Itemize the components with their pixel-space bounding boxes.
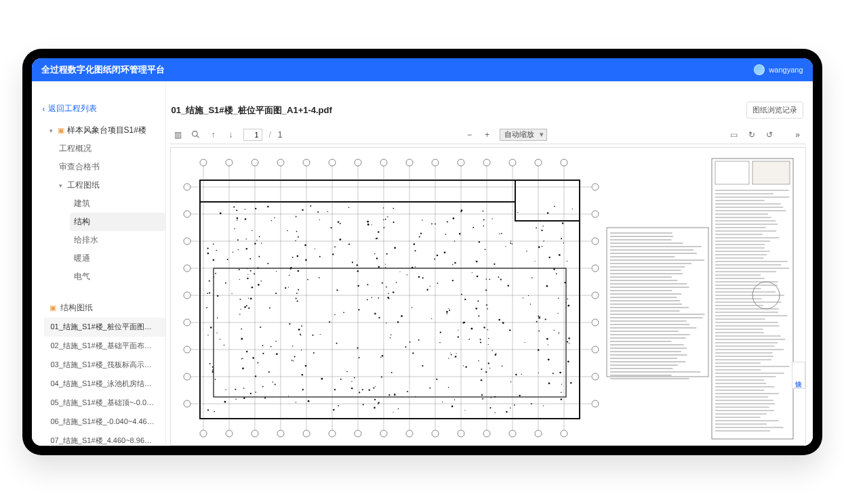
svg-point-362 [393,208,394,209]
svg-point-195 [415,396,416,397]
svg-point-98 [445,234,446,235]
rotate-cw-icon[interactable]: ↻ [746,129,757,140]
file-row[interactable]: 06_结施_S1#楼_-0.040~4.46… [44,413,165,432]
svg-point-167 [237,249,238,250]
svg-point-146 [569,343,569,343]
svg-point-429 [498,319,500,321]
svg-point-332 [452,217,454,219]
svg-point-277 [494,264,495,265]
nav-approval[interactable]: 审查合格书 [59,158,165,176]
more-icon[interactable]: » [792,129,803,140]
svg-point-388 [244,306,246,308]
nav-drawings-label: 工程图纸 [67,180,100,191]
svg-point-58 [184,211,190,217]
svg-point-335 [243,387,244,389]
presentation-icon[interactable]: ▭ [729,129,740,140]
svg-point-73 [184,346,190,353]
zoom-out-icon[interactable]: − [464,129,475,140]
svg-point-213 [491,350,493,352]
svg-point-187 [414,250,416,251]
svg-point-26 [329,430,336,437]
svg-point-352 [212,259,214,261]
svg-point-198 [553,330,554,331]
svg-point-343 [216,333,217,333]
zoom-in-icon[interactable]: + [482,129,493,140]
svg-point-417 [234,228,235,230]
svg-point-322 [384,264,385,264]
search-icon[interactable] [190,129,201,140]
svg-point-409 [274,384,275,385]
cat-elec[interactable]: 电气 [74,268,165,286]
page-down-icon[interactable]: ↓ [226,129,237,140]
svg-point-148 [399,271,400,272]
svg-point-141 [367,221,369,223]
user-area[interactable]: wangyang [754,64,803,75]
svg-point-222 [289,268,291,270]
svg-point-92 [567,299,568,300]
history-button[interactable]: 图纸浏览记录 [746,102,803,119]
svg-point-91 [452,264,453,265]
svg-point-411 [422,365,423,366]
svg-point-248 [297,270,299,272]
zoom-select[interactable]: 自动缩放 ▾ [500,129,547,141]
svg-point-52 [561,159,567,166]
file-row[interactable]: 07_结施_S1#楼_4.460~8.96… [44,432,165,446]
svg-point-212 [388,293,389,294]
svg-point-160 [287,287,288,287]
svg-point-331 [541,230,542,231]
side-quick-tab[interactable]: 快速 [792,362,805,389]
cat-hvac[interactable]: 暖通 [74,249,165,268]
svg-point-478 [461,294,462,295]
svg-point-407 [245,238,246,239]
viewer-toolbar: ▥ ↑ ↓ / 1 − + 自动缩放 ▾ [170,127,806,144]
svg-point-329 [380,356,382,358]
svg-point-413 [443,251,445,253]
svg-point-80 [592,400,599,407]
svg-point-357 [374,399,376,400]
svg-point-255 [458,330,458,331]
svg-point-400 [255,392,256,393]
svg-point-203 [239,279,239,280]
svg-point-295 [418,339,419,341]
page-input[interactable] [243,129,262,141]
page-up-icon[interactable]: ↑ [208,129,219,140]
nav-overview[interactable]: 工程概况 [59,140,165,158]
svg-point-217 [471,272,472,273]
svg-point-390 [519,395,520,396]
sidebar-toggle-icon[interactable]: ▥ [173,129,184,140]
svg-point-97 [426,289,428,290]
rotate-ccw-icon[interactable]: ↺ [764,129,775,140]
sidebar: ‹ 返回工程列表 ▾ ▣ 样本风象台项目S1#楼 工程概况 审查合格书 ▾ [32,81,166,446]
file-row[interactable]: 03_结施_S1#楼_筏板标高示… [44,356,165,375]
svg-point-70 [184,319,190,326]
file-row[interactable]: 01_结施_S1#楼_桩位平面图… [44,318,165,337]
nav-drawings[interactable]: ▾ 工程图纸 [59,176,165,194]
cat-arch[interactable]: 建筑 [74,194,165,213]
svg-point-170 [264,397,265,398]
svg-point-488 [305,259,307,261]
svg-point-297 [393,291,394,293]
svg-rect-6 [200,202,580,419]
svg-point-162 [216,317,218,318]
svg-point-134 [538,316,539,317]
project-root[interactable]: ▾ ▣ 样本风象台项目S1#楼 [44,121,165,140]
svg-point-399 [340,379,341,380]
cat-struct[interactable]: 结构 [70,213,165,231]
svg-point-492 [390,334,391,335]
svg-point-383 [244,218,246,220]
svg-point-483 [546,285,548,287]
cat-plumb[interactable]: 给排水 [74,231,165,249]
back-link[interactable]: ‹ 返回工程列表 [32,102,165,121]
svg-point-439 [544,318,546,320]
svg-point-364 [223,345,224,346]
svg-point-215 [483,219,484,221]
file-row[interactable]: 04_结施_S1#楼_泳池机房结… [44,375,165,394]
svg-point-224 [357,285,359,287]
svg-point-464 [487,344,488,345]
svg-point-93 [406,274,407,275]
file-row[interactable]: 02_结施_S1#楼_基础平面布… [44,337,165,356]
file-row[interactable]: 05_结施_S1#楼_基础顶~-0.0… [44,394,165,413]
svg-point-130 [337,222,339,224]
svg-point-197 [437,282,438,284]
viewer-canvas[interactable]: 快速 [170,147,806,446]
